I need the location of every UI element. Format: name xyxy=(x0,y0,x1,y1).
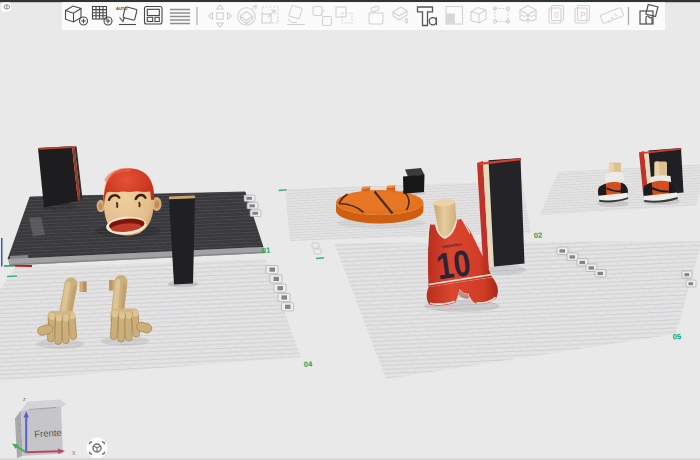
svg-text:04: 04 xyxy=(303,359,313,369)
svg-text:P: P xyxy=(580,10,586,20)
svg-text:Frente: Frente xyxy=(34,427,62,440)
svg-text:0: 0 xyxy=(554,10,559,20)
svg-text:05: 05 xyxy=(672,332,681,342)
svg-text:02: 02 xyxy=(534,230,543,240)
svg-text:x: x xyxy=(72,449,76,456)
svg-text:z: z xyxy=(23,396,26,402)
svg-text:01: 01 xyxy=(262,245,271,255)
